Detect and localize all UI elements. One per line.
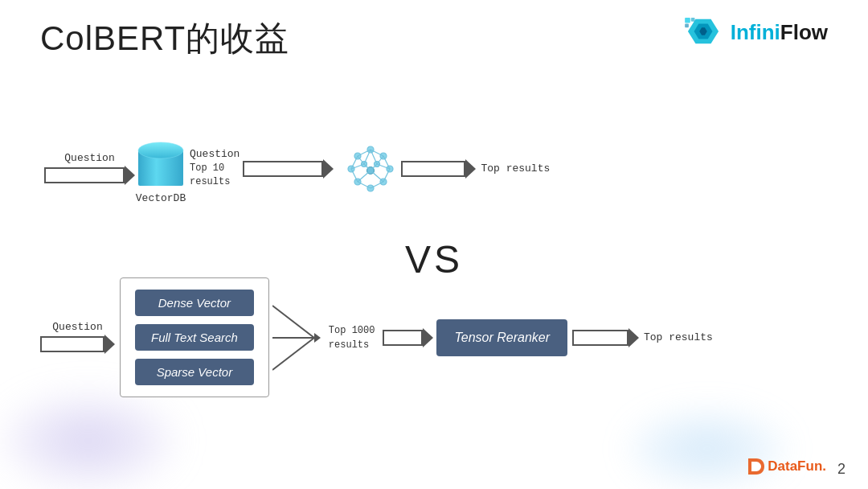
page-number: 2 xyxy=(837,461,845,478)
datafun-text: DataFun. xyxy=(768,458,826,475)
arrow-body-3 xyxy=(401,161,465,177)
vectordb-group: VectorDB xyxy=(135,133,186,204)
arrow-head-2 xyxy=(323,159,334,179)
vectordb-cylinder xyxy=(135,133,186,189)
datafun-icon xyxy=(745,455,768,478)
svg-line-31 xyxy=(383,169,390,182)
bottom-arrow-body-1 xyxy=(40,336,104,352)
neural-net-icon xyxy=(343,142,398,196)
top10-label: Top 10 results xyxy=(190,162,240,189)
vs-text: VS xyxy=(405,237,463,281)
bottom-arrow-2 xyxy=(383,328,433,347)
svg-rect-5 xyxy=(685,24,689,28)
svg-rect-3 xyxy=(685,18,690,23)
top-question-label: Question xyxy=(64,152,114,164)
svg-line-35 xyxy=(371,171,383,182)
bottom-arrow-1 xyxy=(40,335,115,354)
bottom-question-label: Question xyxy=(52,321,102,333)
svg-line-33 xyxy=(371,182,383,188)
datafun-logo: DataFun. xyxy=(745,455,826,478)
top-arrow-3 xyxy=(401,159,476,179)
svg-line-25 xyxy=(371,150,377,164)
bottom-flow-diagram: Question Dense Vector Full Text Search S… xyxy=(40,277,828,397)
top1000-label: Top 1000 results xyxy=(329,323,375,352)
top-arrow-2 xyxy=(243,159,334,179)
top-question-label-2: Question xyxy=(190,148,240,160)
bottom-arrow-body-2 xyxy=(383,330,423,346)
tensor-reranker-box: Tensor Reranker xyxy=(436,319,567,356)
svg-rect-4 xyxy=(690,18,694,22)
multi-source-box: Dense Vector Full Text Search Sparse Vec… xyxy=(120,277,269,397)
fanin-area xyxy=(272,293,321,383)
bg-decoration-left xyxy=(0,392,177,489)
logo-text: InfiniFlow xyxy=(731,20,828,45)
arrow-body-1 xyxy=(44,167,125,183)
dense-vector-btn: Dense Vector xyxy=(135,290,254,316)
arrow-head-1 xyxy=(125,166,135,185)
logo-text-colored: Infini xyxy=(731,20,780,44)
top1000-group: Top 1000 results xyxy=(329,323,375,352)
full-text-search-btn: Full Text Search xyxy=(135,324,254,351)
bottom-arrow-head-3 xyxy=(628,328,639,347)
svg-line-28 xyxy=(351,169,358,182)
bottom-arrow-head-1 xyxy=(104,335,115,354)
top-results-label: Top results xyxy=(481,162,550,175)
top-flow-diagram: Question xyxy=(44,133,824,204)
cylinder-svg xyxy=(135,133,186,191)
arrow-head-3 xyxy=(465,159,476,179)
header: ColBERT的收益 InfiniFlow xyxy=(0,16,868,61)
bottom-arrow-head-2 xyxy=(423,328,433,347)
arrow-body-2 xyxy=(243,161,323,177)
logo-text-plain: Flow xyxy=(780,20,828,44)
bottom-arrow-body-3 xyxy=(572,330,628,346)
bottom-top-results-label: Top results xyxy=(644,331,713,343)
page-title: ColBERT的收益 xyxy=(40,16,289,61)
svg-line-24 xyxy=(364,150,371,164)
top-arrow-1 xyxy=(44,166,135,185)
svg-marker-41 xyxy=(314,333,321,343)
infiniflow-logo-icon xyxy=(682,16,724,48)
bottom-question-group: Question xyxy=(40,321,115,354)
svg-line-40 xyxy=(272,338,314,370)
fanin-svg xyxy=(272,293,321,383)
vectordb-label: VectorDB xyxy=(136,192,186,204)
top-question-group: Question xyxy=(44,152,135,185)
logo: InfiniFlow xyxy=(682,16,828,48)
svg-line-32 xyxy=(358,182,371,188)
svg-line-34 xyxy=(358,171,371,182)
svg-line-38 xyxy=(272,306,314,338)
bottom-arrow-3 xyxy=(572,328,639,347)
sparse-vector-btn: Sparse Vector xyxy=(135,359,254,385)
